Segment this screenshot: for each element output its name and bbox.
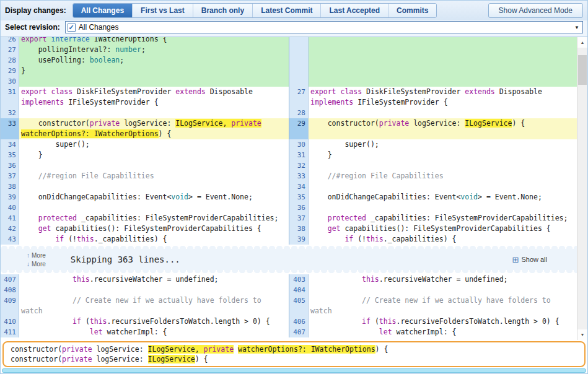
code-line-right[interactable]: if (this.recursiveFoldersToWatch.length …: [309, 316, 577, 327]
code-line-right[interactable]: onDidChangeCapabilities: Event<void> = E…: [309, 192, 577, 202]
code-line-left[interactable]: onDidChangeCapabilities: Event<void> = E…: [19, 192, 289, 202]
code-line-left[interactable]: let watcherImpl: {: [19, 327, 289, 337]
code-line-right[interactable]: }: [309, 150, 577, 160]
code-line-right[interactable]: // Create new if we actually have folder…: [309, 295, 577, 306]
show-all-button[interactable]: ⊞Show all: [512, 255, 547, 264]
line-number-right: [289, 76, 309, 87]
tab-branch-only[interactable]: Branch only: [193, 4, 253, 17]
code-line-left[interactable]: watch: [19, 306, 289, 316]
code-line-left[interactable]: // Create new if we actually have folder…: [19, 295, 289, 306]
line-number-left: 29: [1, 66, 19, 76]
more-down-button[interactable]: ↓More: [27, 261, 46, 267]
revision-combobox[interactable]: ✓ All Changes ▼: [65, 21, 583, 33]
code-line-left[interactable]: watcherOptions?: IWatcherOptions) {: [19, 129, 289, 139]
line-number-right: 38: [289, 224, 309, 234]
code-token: IFileSystemProvider {: [353, 98, 447, 107]
code-token: }: [310, 150, 332, 159]
diff-row: 34 super();30 super();: [1, 139, 577, 150]
line-number-right: 34: [289, 181, 309, 192]
code-line-right[interactable]: [309, 181, 577, 192]
vertical-scrollbar[interactable]: ▲ ▼: [577, 37, 587, 340]
code-line-left[interactable]: get capabilities(): FileSystemProviderCa…: [19, 224, 289, 234]
tab-first-vs-last[interactable]: First vs Last: [133, 4, 193, 17]
diff-row: 4036: [1, 202, 577, 213]
code-line-right[interactable]: if (!this._capabilities) {: [309, 234, 577, 245]
code-token: watcherImpl: {: [392, 328, 457, 336]
code-line-left[interactable]: [19, 76, 289, 87]
code-line-left[interactable]: usePolling: boolean;: [19, 55, 289, 66]
scroll-down-button[interactable]: ▼: [577, 329, 587, 340]
code-line-right[interactable]: [309, 160, 577, 171]
code-line-left[interactable]: export class DiskFileSystemProvider exte…: [19, 87, 289, 97]
code-line-right[interactable]: [309, 129, 577, 139]
code-line-right[interactable]: get capabilities(): FileSystemProviderCa…: [309, 224, 577, 234]
code-line-right[interactable]: watch: [309, 306, 577, 316]
scroll-up-button[interactable]: ▲: [577, 37, 587, 48]
scrollbar-thumb[interactable]: [578, 55, 587, 85]
code-token: extends: [175, 87, 205, 96]
diff-row: 29}: [1, 66, 577, 76]
code-line-left[interactable]: [19, 160, 289, 171]
tab-last-accepted[interactable]: Last Accepted: [321, 4, 388, 17]
code-line-left[interactable]: }: [19, 66, 289, 76]
code-line-left[interactable]: super();: [19, 139, 289, 150]
code-line-right[interactable]: [309, 66, 577, 76]
tab-all-changes[interactable]: All Changes: [73, 4, 133, 17]
line-number-right: 27: [289, 87, 309, 97]
code-token: ILogService: [148, 355, 195, 363]
code-token: implements: [21, 98, 64, 107]
code-line-left[interactable]: constructor(private logService: ILogServ…: [19, 118, 289, 129]
selected-difference-panel: constructor(private logService: ILogServ…: [2, 341, 586, 367]
code-line-right[interactable]: [309, 285, 577, 295]
line-number-right: [289, 37, 309, 45]
code-line-left[interactable]: implements IFileSystemProvider {: [19, 97, 289, 108]
code-token: number: [115, 45, 141, 54]
horizontal-scrollbar[interactable]: [2, 368, 586, 373]
tab-latest-commit[interactable]: Latest Commit: [253, 4, 321, 17]
more-up-button[interactable]: ↑More: [27, 252, 46, 259]
code-line-left[interactable]: [19, 202, 289, 213]
code-line-left[interactable]: //#region File Capabilities: [19, 171, 289, 181]
code-line-right[interactable]: protected _capabilities: FileSystemProvi…: [309, 213, 577, 224]
code-line-right[interactable]: this.recursiveWatcher = undefined;: [309, 274, 577, 285]
code-line-left[interactable]: }: [19, 150, 289, 160]
code-token: super();: [310, 140, 379, 149]
check-icon: ✓: [69, 24, 74, 31]
line-number-left: 410: [1, 316, 19, 327]
diff-row: 408404: [1, 285, 577, 295]
scrollbar-track[interactable]: [577, 48, 587, 329]
code-line-right[interactable]: let watcherImpl: {: [309, 327, 577, 337]
code-line-right[interactable]: [309, 76, 577, 87]
code-line-right[interactable]: [309, 55, 577, 66]
code-line-right[interactable]: implements IFileSystemProvider {: [309, 97, 577, 108]
code-line-right[interactable]: [309, 45, 577, 55]
code-token: Disposable: [206, 87, 253, 96]
code-line-right[interactable]: //#region File Capabilities: [309, 171, 577, 181]
code-line-right[interactable]: [309, 108, 577, 118]
show-advanced-mode-button[interactable]: Show Advanced Mode: [488, 3, 583, 18]
chevron-down-icon[interactable]: ▼: [571, 25, 582, 30]
code-line-left[interactable]: [19, 181, 289, 192]
line-number-left: 40: [1, 202, 19, 213]
diff-viewer-window: Display changes: All ChangesFirst vs Las…: [0, 0, 588, 374]
code-line-left[interactable]: protected _capabilities: FileSystemProvi…: [19, 213, 289, 224]
code-line-right[interactable]: export class DiskFileSystemProvider exte…: [309, 87, 577, 97]
code-line-left[interactable]: [19, 108, 289, 118]
top-toolbar: Display changes: All ChangesFirst vs Las…: [1, 1, 587, 20]
code-line-left[interactable]: if (!this._capabilities) {: [19, 234, 289, 245]
code-line-right[interactable]: [309, 37, 577, 45]
revision-checkbox[interactable]: ✓: [68, 24, 76, 32]
code-token: boolean: [90, 56, 120, 64]
tab-commits[interactable]: Commits: [388, 4, 436, 17]
diff-row: 411 let watcherImpl: {407 let watcherImp…: [1, 327, 577, 337]
code-line-right[interactable]: constructor(private logService: ILogServ…: [309, 118, 577, 129]
code-line-left[interactable]: [19, 285, 289, 295]
code-line-right[interactable]: [309, 202, 577, 213]
code-line-left[interactable]: if (this.recursiveFoldersToWatch.length …: [19, 316, 289, 327]
line-number-left: 39: [1, 192, 19, 202]
code-line-left[interactable]: export interface IWatcherOptions {: [19, 37, 289, 45]
code-line-left[interactable]: this.recursiveWatcher = undefined;: [19, 274, 289, 285]
code-line-left[interactable]: pollingInterval?: number;: [19, 45, 289, 55]
code-token: watcherOptions?: IWatcherOptions: [238, 345, 375, 354]
code-line-right[interactable]: super();: [309, 139, 577, 150]
